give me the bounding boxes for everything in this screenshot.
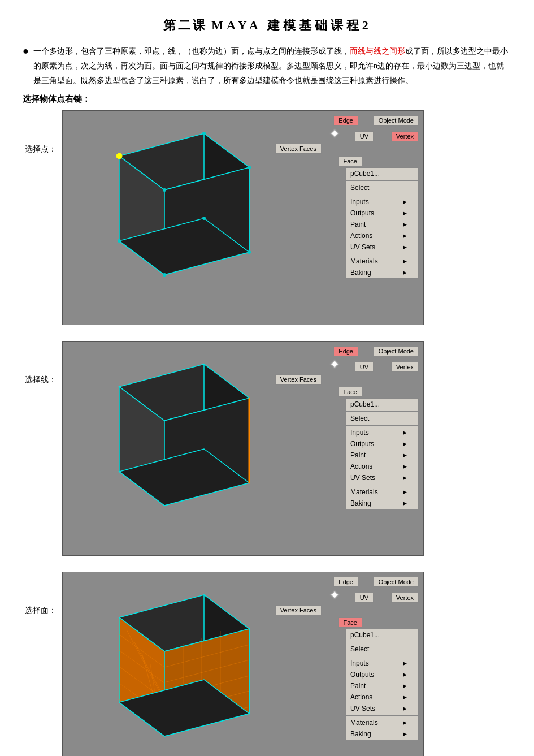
demo-label-vertex: 选择点： — [23, 110, 62, 154]
cube-svg-face — [74, 584, 289, 756]
ctx-outputs-e1[interactable]: Outputs — [346, 438, 418, 450]
ctx-materials-f1[interactable]: Materials — [346, 717, 418, 728]
ctx-outputs-f1[interactable]: Outputs — [346, 669, 418, 680]
ctx-sep1-v1 — [346, 180, 418, 181]
demo-section-edge: 选择线： Edge Object Mode Vertex UV ✦ Vertex… — [23, 341, 511, 556]
context-menu-v1: pCube1... Select Inputs Outputs Paint Ac… — [345, 167, 419, 279]
ctx-baking-v1[interactable]: Baking — [346, 267, 418, 278]
vertex-faces-btn-v1[interactable]: Vertex Faces — [275, 144, 322, 154]
sparkle-e1: ✦ — [329, 357, 340, 372]
svg-point-11 — [248, 250, 251, 254]
viewport-edge: Edge Object Mode Vertex UV ✦ Vertex Face… — [62, 341, 424, 556]
ctx-paint-v1[interactable]: Paint — [346, 219, 418, 230]
ctx-pcube-v1: pCube1... — [346, 168, 418, 179]
ctx-baking-f1[interactable]: Baking — [346, 728, 418, 740]
sparkle-f1: ✦ — [329, 588, 340, 603]
demo-label-edge: 选择线： — [23, 341, 62, 385]
demo-section-face: 选择面： — [23, 572, 511, 756]
ctx-sep2-v1 — [346, 195, 418, 195]
svg-point-5 — [116, 153, 122, 159]
vertex-btn-v1[interactable]: Vertex — [391, 131, 419, 141]
ctx-uvsets-v1[interactable]: UV Sets — [346, 241, 418, 253]
ctx-paint-f1[interactable]: Paint — [346, 680, 418, 692]
ctx-inputs-e1[interactable]: Inputs — [346, 427, 418, 438]
ctx-sep2-e1 — [346, 425, 418, 426]
edge-btn-e1[interactable]: Edge — [333, 346, 358, 356]
ctx-actions-f1[interactable]: Actions — [346, 692, 418, 703]
title-prefix: 第二课 — [163, 18, 207, 32]
ctx-uvsets-f1[interactable]: UV Sets — [346, 703, 418, 714]
ctx-actions-v1[interactable]: Actions — [346, 230, 418, 241]
face-btn-v1[interactable]: Face — [338, 156, 362, 166]
face-btn-f1[interactable]: Face — [338, 617, 362, 628]
svg-point-9 — [118, 239, 121, 243]
context-menu-f1: pCube1... Select Inputs Outputs Paint Ac… — [345, 629, 419, 740]
bullet-dot: ● — [23, 45, 29, 57]
ctx-pcube-f1: pCube1... — [346, 629, 418, 641]
title-main: MAYA 建模基础课程 — [211, 18, 362, 32]
ctx-select-v1[interactable]: Select — [346, 182, 418, 193]
ctx-select-f1[interactable]: Select — [346, 643, 418, 655]
ctx-materials-e1[interactable]: Materials — [346, 486, 418, 498]
title-suffix: 2 — [362, 18, 371, 32]
section-title: 选择物体点右键： — [23, 94, 511, 105]
vertex-btn-e1[interactable]: Vertex — [391, 362, 419, 372]
face-btn-e1[interactable]: Face — [338, 387, 362, 397]
ctx-sep3-e1 — [346, 485, 418, 485]
svg-point-7 — [248, 166, 251, 169]
ctx-outputs-v1[interactable]: Outputs — [346, 208, 418, 219]
ctx-sep2-f1 — [346, 656, 418, 656]
intro-paragraph: ● 一个多边形，包含了三种原素，即点，线，（也称为边）面，点与点之间的连接形成了… — [23, 44, 511, 88]
uv-btn-v1[interactable]: UV — [355, 131, 374, 141]
ctx-actions-e1[interactable]: Actions — [346, 461, 418, 472]
ctx-sep1-f1 — [346, 642, 418, 642]
sparkle-v1: ✦ — [329, 127, 340, 141]
ctx-sep1-e1 — [346, 411, 418, 412]
demo-label-face: 选择面： — [23, 572, 62, 616]
ctx-paint-e1[interactable]: Paint — [346, 450, 418, 461]
svg-point-8 — [163, 188, 166, 192]
page-title: 第二课 MAYA 建模基础课程2 — [23, 17, 511, 34]
object-mode-btn-v1[interactable]: Object Mode — [374, 115, 419, 126]
object-mode-btn-e1[interactable]: Object Mode — [374, 346, 419, 356]
vertex-btn-f1[interactable]: Vertex — [391, 593, 419, 603]
vertex-faces-btn-e1[interactable]: Vertex Faces — [275, 374, 322, 385]
ctx-sep3-v1 — [346, 254, 418, 254]
ctx-materials-v1[interactable]: Materials — [346, 256, 418, 267]
svg-point-10 — [163, 273, 166, 277]
context-menu-e1: pCube1... Select Inputs Outputs Paint Ac… — [345, 398, 419, 509]
uv-btn-e1[interactable]: UV — [355, 362, 374, 372]
ctx-inputs-v1[interactable]: Inputs — [346, 196, 418, 208]
vertex-faces-btn-f1[interactable]: Vertex Faces — [275, 605, 322, 615]
demo-section-vertex: 选择点： Edge Object Mode — [23, 110, 511, 325]
ctx-select-e1[interactable]: Select — [346, 413, 418, 424]
intro-text: 一个多边形，包含了三种原素，即点，线，（也称为边）面，点与点之间的连接形成了线，… — [33, 44, 511, 88]
edge-btn-v1[interactable]: Edge — [333, 115, 358, 126]
object-mode-btn-f1[interactable]: Object Mode — [374, 577, 419, 587]
uv-btn-f1[interactable]: UV — [355, 593, 374, 603]
cube-svg-vertex — [74, 122, 289, 314]
viewport-face: Edge Object Mode Vertex UV ✦ Vertex Face… — [62, 572, 424, 756]
svg-point-6 — [202, 132, 206, 135]
edge-btn-f1[interactable]: Edge — [333, 577, 358, 587]
ctx-inputs-f1[interactable]: Inputs — [346, 658, 418, 669]
ctx-baking-e1[interactable]: Baking — [346, 498, 418, 509]
svg-point-12 — [202, 217, 206, 220]
ctx-uvsets-e1[interactable]: UV Sets — [346, 472, 418, 483]
cube-svg-edge — [74, 353, 289, 545]
ctx-sep3-f1 — [346, 715, 418, 716]
viewport-vertex: Edge Object Mode Vertex UV ✦ Vertex Face… — [62, 110, 424, 325]
ctx-pcube-e1: pCube1... — [346, 399, 418, 410]
